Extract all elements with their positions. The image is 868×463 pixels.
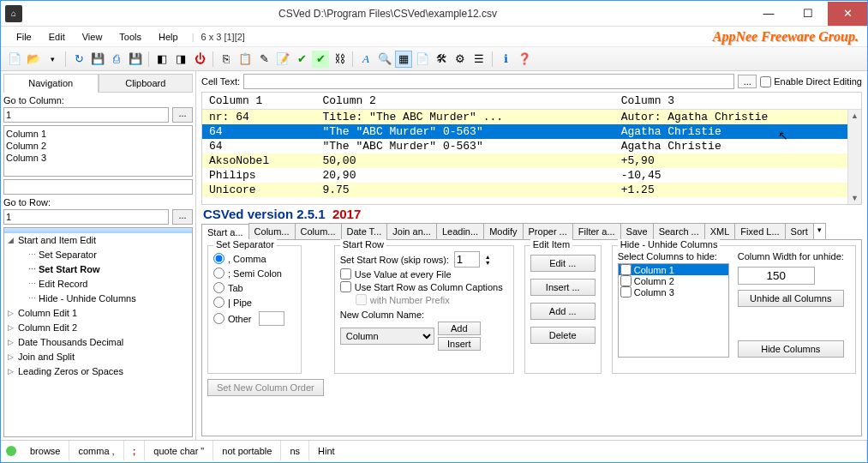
columns-list[interactable]: Column 1 Column 2 Column 3 (3, 125, 193, 177)
table-row[interactable]: Unicore9.75+1.25 (202, 183, 861, 197)
tb-info-icon[interactable]: ℹ (497, 51, 514, 68)
col-header[interactable]: Column 2 (315, 93, 614, 110)
col-header[interactable]: Column 1 (202, 93, 315, 110)
col-header[interactable]: Column 3 (614, 93, 861, 110)
radio-pipe[interactable] (213, 297, 224, 308)
nav-tree[interactable]: Start and Item EditSet SeparatorSet Star… (3, 227, 193, 437)
tb-font-icon[interactable]: A (357, 51, 374, 68)
tb-check2-icon[interactable]: ✔ (312, 51, 329, 68)
tb-tools-icon[interactable]: 🛠 (433, 51, 450, 68)
celltext-input[interactable] (243, 74, 734, 89)
radio-semi[interactable] (213, 268, 224, 279)
tree-node[interactable]: Edit Record (4, 277, 192, 292)
tb-exit-icon[interactable]: ⏻ (191, 51, 208, 68)
edit-tab[interactable]: Filter a... (572, 223, 621, 239)
close-button[interactable]: ✕ (828, 2, 867, 26)
table-row[interactable]: 64"The "ABC Murder" 0-563"Agatha Christi… (202, 139, 861, 153)
table-row[interactable]: AksoNobel50,00+5,90 (202, 153, 861, 168)
tb-chain-icon[interactable]: ⛓ (331, 51, 348, 68)
col-width-input[interactable] (738, 267, 815, 285)
filter-input[interactable] (3, 179, 193, 195)
hide-cols-list[interactable]: Column 1 Column 2 Column 3 (618, 263, 729, 358)
tree-node[interactable]: Column Edit 2 (4, 321, 192, 335)
tb-zoom-icon[interactable]: 🔍 (376, 51, 393, 68)
edit-button[interactable]: Edit ... (530, 255, 596, 272)
tab-overflow-icon[interactable]: ▾ (813, 223, 826, 239)
tb-new-icon[interactable]: 📄 (6, 51, 23, 68)
table-cell[interactable]: Philips (202, 168, 315, 183)
tb-help-icon[interactable]: ❓ (516, 51, 533, 68)
set-column-order-button[interactable]: Set New Column Order (207, 379, 324, 396)
startrow-input[interactable] (454, 251, 480, 268)
table-cell[interactable]: "The "ABC Murder" 0-563" (315, 124, 614, 139)
radio-comma[interactable] (213, 253, 224, 264)
tb-refresh-icon[interactable]: ↻ (70, 51, 87, 68)
menu-help[interactable]: Help (152, 30, 185, 44)
table-row[interactable]: Philips20,90-10,45 (202, 168, 861, 183)
edit-tab[interactable]: Colum... (295, 223, 342, 239)
other-sep-input[interactable] (259, 311, 284, 326)
delete-button[interactable]: Delete (530, 327, 596, 344)
tb-check-icon[interactable]: ✔ (293, 51, 310, 68)
go-row-browse[interactable]: ... (172, 209, 193, 225)
menu-edit[interactable]: Edit (42, 30, 72, 44)
tree-node[interactable]: Column Edit 1 (4, 306, 192, 321)
go-column-browse[interactable]: ... (172, 107, 193, 123)
tab-clipboard[interactable]: Clipboard (99, 74, 194, 93)
menu-file[interactable]: File (9, 30, 39, 44)
table-cell[interactable]: +5,90 (614, 153, 861, 168)
list-item[interactable]: Column 1 (6, 128, 190, 140)
tb-edit-icon[interactable]: ✎ (255, 51, 272, 68)
insert-col-button[interactable]: Insert (438, 337, 481, 351)
tb-save-icon[interactable]: 💾 (89, 51, 106, 68)
tree-node[interactable]: Join and Split (4, 350, 192, 364)
edit-tab[interactable]: Search ... (653, 223, 705, 239)
table-cell[interactable]: -10,45 (614, 168, 861, 183)
spin-up-icon[interactable]: ▲ (485, 254, 491, 260)
chk-everyfile[interactable] (340, 268, 351, 280)
table-cell[interactable]: Agatha Christie (614, 124, 861, 139)
table-cell[interactable]: AksoNobel (202, 153, 315, 168)
edit-tab[interactable]: Colum... (248, 223, 296, 239)
data-grid[interactable]: Column 1 Column 2 Column 3 nr: 64Title: … (201, 92, 862, 205)
edit-tab[interactable]: Sort (785, 223, 814, 239)
tb-grid-icon[interactable]: ▦ (395, 51, 412, 68)
tree-node[interactable]: Hide - Unhide Columns (4, 292, 192, 306)
tree-node[interactable]: Leading Zeros or Spaces (4, 364, 192, 379)
edit-tab[interactable]: Leadin... (436, 223, 484, 239)
tree-node[interactable]: Start and Item Edit (4, 233, 192, 248)
edit-tab[interactable]: Join an... (386, 223, 437, 239)
menu-tools[interactable]: Tools (112, 30, 148, 44)
tb-gear-icon[interactable]: ⚙ (452, 51, 469, 68)
tree-node[interactable]: Set Separator (4, 248, 192, 262)
tb-saveas-icon[interactable]: 💾 (127, 51, 144, 68)
chk-captions[interactable] (340, 281, 351, 292)
table-row[interactable]: nr: 64Title: "The ABC Murder" ...Autor: … (202, 110, 861, 125)
minimize-button[interactable]: — (749, 2, 788, 26)
table-cell[interactable]: Autor: Agatha Christie (614, 110, 861, 125)
tb-note-icon[interactable]: 📝 (274, 51, 291, 68)
edit-tab[interactable]: Save (620, 223, 654, 239)
edit-tab[interactable]: Fixed L... (734, 223, 785, 239)
table-cell[interactable]: "The "ABC Murder" 0-563" (315, 139, 614, 153)
add-button[interactable]: Add ... (530, 303, 596, 320)
table-cell[interactable]: 20,90 (315, 168, 614, 183)
unhide-all-button[interactable]: Unhide all Columns (738, 290, 844, 307)
radio-tab[interactable] (213, 282, 224, 293)
tb-doc-icon[interactable]: 📄 (414, 51, 431, 68)
grid-scrollbar[interactable] (847, 110, 861, 204)
tb-paste-icon[interactable]: 📋 (236, 51, 254, 68)
edit-tab[interactable]: Modify (483, 223, 523, 239)
table-cell[interactable]: 64 (202, 139, 315, 153)
edit-tab[interactable]: XML (704, 223, 736, 239)
tb-list-icon[interactable]: ☰ (470, 51, 488, 68)
table-cell[interactable]: 50,00 (315, 153, 614, 168)
tree-node[interactable]: Date Thousands Decimal (4, 335, 192, 350)
edit-tab[interactable]: Proper ... (523, 223, 573, 239)
tree-node[interactable]: Set Start Row (4, 262, 192, 277)
radio-other[interactable] (213, 313, 224, 324)
hide-cols-button[interactable]: Hide Columns (738, 340, 844, 358)
tb-tool2-icon[interactable]: ◨ (172, 51, 189, 68)
menu-view[interactable]: View (75, 30, 110, 44)
tb-saveall-icon[interactable]: ⎙ (108, 51, 125, 68)
